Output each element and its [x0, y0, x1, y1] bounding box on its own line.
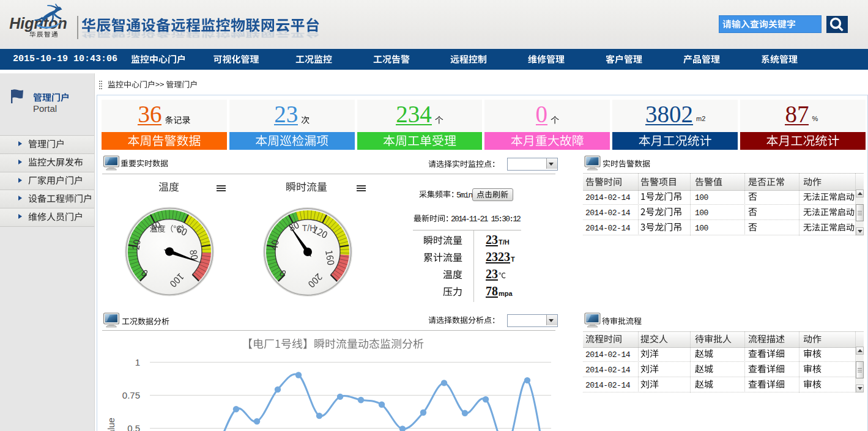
svg-text:value: value [106, 418, 116, 431]
svg-text:T/H: T/H [302, 223, 316, 233]
